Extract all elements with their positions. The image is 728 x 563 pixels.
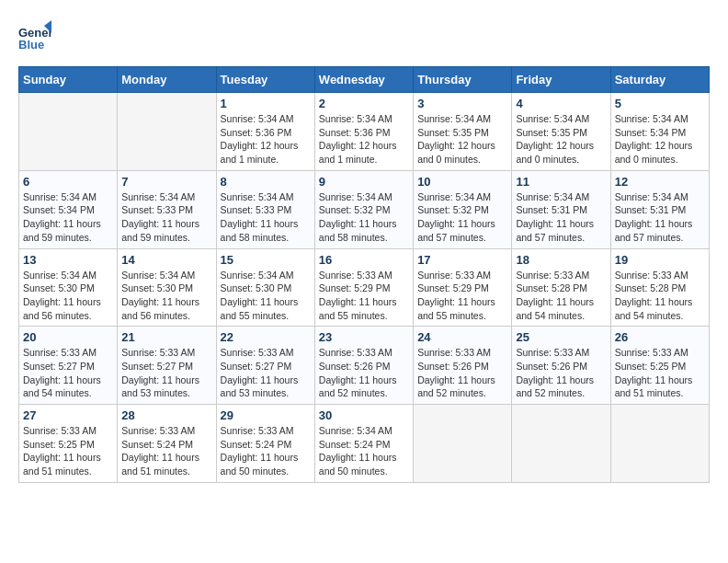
day-number: 26: [615, 330, 705, 344]
day-info: Sunrise: 5:33 AM Sunset: 5:25 PM Dayligh…: [23, 424, 113, 478]
day-info: Sunrise: 5:34 AM Sunset: 5:30 PM Dayligh…: [221, 269, 311, 323]
day-info: Sunrise: 5:33 AM Sunset: 5:27 PM Dayligh…: [23, 346, 113, 400]
calendar-cell: 7Sunrise: 5:34 AM Sunset: 5:33 PM Daylig…: [118, 170, 216, 248]
calendar-cell: 4Sunrise: 5:34 AM Sunset: 5:35 PM Daylig…: [512, 93, 610, 171]
page-header: General Blue: [18, 18, 710, 52]
calendar-cell: [19, 93, 118, 171]
calendar-cell: 22Sunrise: 5:33 AM Sunset: 5:27 PM Dayli…: [216, 327, 314, 405]
day-number: 1: [221, 97, 311, 110]
day-number: 12: [615, 175, 705, 189]
day-number: 30: [319, 408, 409, 422]
weekday-sunday: Sunday: [19, 67, 118, 93]
calendar-cell: [414, 405, 512, 483]
calendar-cell: 10Sunrise: 5:34 AM Sunset: 5:32 PM Dayli…: [414, 170, 512, 248]
calendar-week-1: 1Sunrise: 5:34 AM Sunset: 5:36 PM Daylig…: [19, 93, 710, 171]
day-info: Sunrise: 5:33 AM Sunset: 5:27 PM Dayligh…: [121, 346, 211, 400]
day-info: Sunrise: 5:34 AM Sunset: 5:33 PM Dayligh…: [121, 190, 211, 245]
weekday-wednesday: Wednesday: [314, 67, 413, 93]
calendar-cell: 19Sunrise: 5:33 AM Sunset: 5:28 PM Dayli…: [610, 248, 709, 327]
weekday-thursday: Thursday: [414, 67, 512, 93]
logo-icon: General Blue: [18, 18, 51, 52]
calendar-cell: 6Sunrise: 5:34 AM Sunset: 5:34 PM Daylig…: [19, 170, 118, 248]
day-number: 27: [23, 408, 113, 422]
day-number: 20: [23, 330, 113, 344]
day-info: Sunrise: 5:34 AM Sunset: 5:31 PM Dayligh…: [516, 190, 606, 245]
day-number: 17: [417, 253, 507, 267]
day-info: Sunrise: 5:34 AM Sunset: 5:30 PM Dayligh…: [121, 269, 211, 323]
day-number: 22: [221, 330, 311, 344]
calendar-cell: 21Sunrise: 5:33 AM Sunset: 5:27 PM Dayli…: [118, 327, 216, 405]
calendar-cell: 18Sunrise: 5:33 AM Sunset: 5:28 PM Dayli…: [512, 248, 610, 327]
day-info: Sunrise: 5:33 AM Sunset: 5:29 PM Dayligh…: [417, 269, 507, 323]
calendar-cell: [118, 93, 216, 171]
calendar-cell: 13Sunrise: 5:34 AM Sunset: 5:30 PM Dayli…: [19, 248, 118, 327]
calendar-cell: 14Sunrise: 5:34 AM Sunset: 5:30 PM Dayli…: [118, 248, 216, 327]
calendar-week-4: 20Sunrise: 5:33 AM Sunset: 5:27 PM Dayli…: [19, 327, 710, 405]
calendar-cell: 26Sunrise: 5:33 AM Sunset: 5:25 PM Dayli…: [610, 327, 709, 405]
day-number: 4: [516, 97, 606, 110]
calendar-cell: 24Sunrise: 5:33 AM Sunset: 5:26 PM Dayli…: [414, 327, 512, 405]
day-info: Sunrise: 5:33 AM Sunset: 5:26 PM Dayligh…: [516, 346, 606, 400]
calendar-table: SundayMondayTuesdayWednesdayThursdayFrid…: [18, 66, 710, 483]
day-info: Sunrise: 5:34 AM Sunset: 5:33 PM Dayligh…: [221, 190, 311, 245]
calendar-cell: 25Sunrise: 5:33 AM Sunset: 5:26 PM Dayli…: [512, 327, 610, 405]
day-number: 3: [417, 97, 507, 110]
day-number: 14: [121, 253, 211, 267]
day-info: Sunrise: 5:34 AM Sunset: 5:35 PM Dayligh…: [417, 112, 507, 167]
calendar-cell: 8Sunrise: 5:34 AM Sunset: 5:33 PM Daylig…: [216, 170, 314, 248]
calendar-cell: 1Sunrise: 5:34 AM Sunset: 5:36 PM Daylig…: [216, 93, 314, 171]
day-number: 23: [319, 330, 409, 344]
calendar-cell: 28Sunrise: 5:33 AM Sunset: 5:24 PM Dayli…: [118, 405, 216, 483]
weekday-header-row: SundayMondayTuesdayWednesdayThursdayFrid…: [19, 67, 710, 93]
calendar-cell: 27Sunrise: 5:33 AM Sunset: 5:25 PM Dayli…: [19, 405, 118, 483]
calendar-cell: 11Sunrise: 5:34 AM Sunset: 5:31 PM Dayli…: [512, 170, 610, 248]
weekday-monday: Monday: [118, 67, 216, 93]
day-info: Sunrise: 5:34 AM Sunset: 5:32 PM Dayligh…: [417, 190, 507, 245]
day-number: 6: [23, 175, 113, 189]
day-info: Sunrise: 5:33 AM Sunset: 5:26 PM Dayligh…: [417, 346, 507, 400]
calendar-cell: 2Sunrise: 5:34 AM Sunset: 5:36 PM Daylig…: [314, 93, 413, 171]
day-info: Sunrise: 5:34 AM Sunset: 5:34 PM Dayligh…: [615, 112, 705, 167]
day-info: Sunrise: 5:34 AM Sunset: 5:36 PM Dayligh…: [221, 112, 311, 167]
day-info: Sunrise: 5:33 AM Sunset: 5:24 PM Dayligh…: [121, 424, 211, 478]
day-number: 25: [516, 330, 606, 344]
day-info: Sunrise: 5:34 AM Sunset: 5:32 PM Dayligh…: [319, 190, 409, 245]
calendar-cell: [610, 405, 709, 483]
day-number: 18: [516, 253, 606, 267]
calendar-cell: 20Sunrise: 5:33 AM Sunset: 5:27 PM Dayli…: [19, 327, 118, 405]
calendar-cell: 30Sunrise: 5:34 AM Sunset: 5:24 PM Dayli…: [314, 405, 413, 483]
weekday-friday: Friday: [512, 67, 610, 93]
calendar-cell: 15Sunrise: 5:34 AM Sunset: 5:30 PM Dayli…: [216, 248, 314, 327]
calendar-cell: 16Sunrise: 5:33 AM Sunset: 5:29 PM Dayli…: [314, 248, 413, 327]
day-number: 9: [319, 175, 409, 189]
weekday-saturday: Saturday: [610, 67, 709, 93]
calendar-week-3: 13Sunrise: 5:34 AM Sunset: 5:30 PM Dayli…: [19, 248, 710, 327]
day-number: 2: [319, 97, 409, 110]
day-number: 7: [121, 175, 211, 189]
day-info: Sunrise: 5:34 AM Sunset: 5:30 PM Dayligh…: [23, 269, 113, 323]
day-number: 21: [121, 330, 211, 344]
day-number: 13: [23, 253, 113, 267]
day-number: 11: [516, 175, 606, 189]
day-info: Sunrise: 5:33 AM Sunset: 5:29 PM Dayligh…: [319, 269, 409, 323]
day-info: Sunrise: 5:33 AM Sunset: 5:27 PM Dayligh…: [221, 346, 311, 400]
calendar-cell: 9Sunrise: 5:34 AM Sunset: 5:32 PM Daylig…: [314, 170, 413, 248]
svg-text:Blue: Blue: [18, 38, 44, 52]
calendar-cell: [512, 405, 610, 483]
day-info: Sunrise: 5:34 AM Sunset: 5:35 PM Dayligh…: [516, 112, 606, 167]
calendar-cell: 5Sunrise: 5:34 AM Sunset: 5:34 PM Daylig…: [610, 93, 709, 171]
day-number: 24: [417, 330, 507, 344]
calendar-week-2: 6Sunrise: 5:34 AM Sunset: 5:34 PM Daylig…: [19, 170, 710, 248]
day-number: 29: [221, 408, 311, 422]
day-number: 8: [221, 175, 311, 189]
calendar-cell: 3Sunrise: 5:34 AM Sunset: 5:35 PM Daylig…: [414, 93, 512, 171]
day-info: Sunrise: 5:33 AM Sunset: 5:25 PM Dayligh…: [615, 346, 705, 400]
day-info: Sunrise: 5:34 AM Sunset: 5:24 PM Dayligh…: [319, 424, 409, 478]
day-number: 10: [417, 175, 507, 189]
day-info: Sunrise: 5:34 AM Sunset: 5:34 PM Dayligh…: [23, 190, 113, 245]
day-number: 5: [615, 97, 705, 110]
day-number: 28: [121, 408, 211, 422]
calendar-cell: 29Sunrise: 5:33 AM Sunset: 5:24 PM Dayli…: [216, 405, 314, 483]
day-info: Sunrise: 5:33 AM Sunset: 5:24 PM Dayligh…: [221, 424, 311, 478]
calendar-cell: 12Sunrise: 5:34 AM Sunset: 5:31 PM Dayli…: [610, 170, 709, 248]
